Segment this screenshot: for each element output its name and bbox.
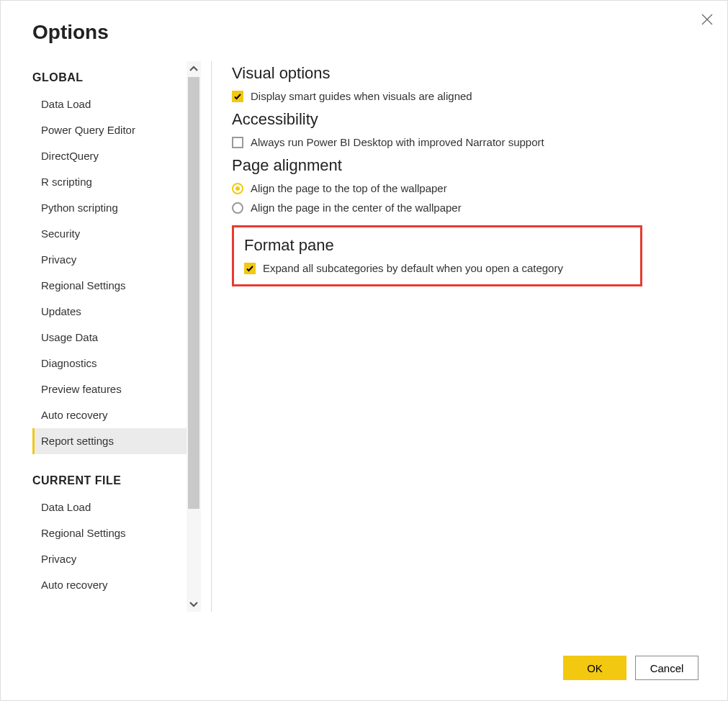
- cancel-button[interactable]: Cancel: [635, 656, 698, 680]
- sidebar-item-cf-data-load[interactable]: Data Load: [32, 494, 187, 520]
- sidebar-item-usage-data[interactable]: Usage Data: [32, 325, 187, 350]
- dialog-footer: OK Cancel: [563, 656, 698, 680]
- checkbox-icon-checked: [232, 91, 243, 102]
- checkbox-label: Always run Power BI Desktop with improve…: [251, 136, 544, 148]
- scroll-down-button[interactable]: [187, 596, 201, 612]
- group-title-format-pane: Format pane: [244, 236, 630, 255]
- radio-align-top[interactable]: Align the page to the top of the wallpap…: [232, 182, 727, 194]
- sidebar-item-label: Regional Settings: [41, 279, 126, 291]
- sidebar-item-r-scripting[interactable]: R scripting: [32, 169, 187, 195]
- sidebar-item-data-load[interactable]: Data Load: [32, 91, 187, 117]
- radio-label: Align the page in the center of the wall…: [251, 202, 462, 214]
- scroll-thumb[interactable]: [188, 77, 199, 509]
- sidebar-item-label: Security: [41, 227, 80, 240]
- sidebar-item-label: DirectQuery: [41, 150, 99, 162]
- check-icon: [246, 264, 254, 273]
- radio-icon-unselected: [232, 202, 243, 214]
- format-pane-highlight: Format pane Expand all subcategories by …: [232, 225, 642, 286]
- group-title-page-alignment: Page alignment: [232, 156, 727, 175]
- sidebar-item-python-scripting[interactable]: Python scripting: [32, 195, 187, 221]
- radio-label: Align the page to the top of the wallpap…: [251, 182, 447, 194]
- ok-button[interactable]: OK: [563, 656, 626, 680]
- sidebar-item-label: Usage Data: [41, 331, 98, 343]
- sidebar-item-label: Python scripting: [41, 202, 118, 214]
- group-title-visual-options: Visual options: [232, 64, 727, 83]
- sidebar-item-regional-settings[interactable]: Regional Settings: [32, 273, 187, 299]
- sidebar-section-current-file: CURRENT FILE: [32, 454, 187, 494]
- sidebar-item-preview-features[interactable]: Preview features: [32, 376, 187, 402]
- sidebar-item-label: Preview features: [41, 383, 122, 395]
- sidebar-item-label: Privacy: [41, 553, 76, 565]
- close-icon: [700, 12, 714, 27]
- sidebar-item-updates[interactable]: Updates: [32, 299, 187, 325]
- sidebar-item-cf-auto-recovery[interactable]: Auto recovery: [32, 572, 187, 598]
- close-button[interactable]: [700, 12, 714, 27]
- sidebar-item-auto-recovery[interactable]: Auto recovery: [32, 402, 187, 428]
- content-pane: Visual options Display smart guides when…: [212, 61, 727, 612]
- sidebar-item-label: Updates: [41, 305, 81, 317]
- check-icon: [233, 92, 242, 101]
- chevron-down-icon: [189, 599, 199, 609]
- group-title-accessibility: Accessibility: [232, 110, 727, 129]
- sidebar-item-diagnostics[interactable]: Diagnostics: [32, 350, 187, 376]
- sidebar-section-global: GLOBAL: [32, 61, 187, 91]
- checkbox-label: Expand all subcategories by default when…: [263, 262, 563, 274]
- sidebar-item-privacy[interactable]: Privacy: [32, 247, 187, 273]
- sidebar-item-label: Auto recovery: [41, 409, 108, 421]
- checkbox-icon-checked: [244, 263, 256, 274]
- sidebar-item-cf-privacy[interactable]: Privacy: [32, 546, 187, 572]
- options-dialog: Options GLOBAL Data Load Power Query Edi…: [0, 0, 728, 701]
- sidebar-item-label: Data Load: [41, 501, 91, 513]
- sidebar-item-label: Privacy: [41, 253, 76, 266]
- scroll-up-button[interactable]: [187, 61, 201, 77]
- checkbox-narrator[interactable]: Always run Power BI Desktop with improve…: [232, 136, 727, 148]
- radio-icon-selected: [232, 183, 243, 194]
- sidebar-item-label: Auto recovery: [41, 579, 108, 591]
- sidebar-scrollbar[interactable]: [187, 61, 201, 612]
- checkbox-icon-unchecked: [232, 137, 243, 148]
- chevron-up-icon: [189, 64, 199, 74]
- checkbox-smart-guides[interactable]: Display smart guides when visuals are al…: [232, 90, 727, 102]
- sidebar-item-label: Diagnostics: [41, 357, 97, 369]
- sidebar-item-directquery[interactable]: DirectQuery: [32, 143, 187, 169]
- sidebar-item-label: Report settings: [41, 435, 114, 447]
- sidebar-item-security[interactable]: Security: [32, 221, 187, 247]
- checkbox-expand-subcategories[interactable]: Expand all subcategories by default when…: [244, 262, 630, 274]
- sidebar-item-label: R scripting: [41, 176, 92, 188]
- sidebar-item-label: Regional Settings: [41, 527, 126, 539]
- checkbox-label: Display smart guides when visuals are al…: [251, 90, 472, 102]
- sidebar-item-label: Power Query Editor: [41, 124, 135, 136]
- sidebar-item-cf-regional-settings[interactable]: Regional Settings: [32, 520, 187, 546]
- radio-align-center[interactable]: Align the page in the center of the wall…: [232, 202, 727, 214]
- sidebar-item-label: Data Load: [41, 98, 91, 110]
- sidebar-item-report-settings[interactable]: Report settings: [32, 428, 187, 454]
- dialog-title: Options: [1, 1, 727, 44]
- sidebar-item-power-query-editor[interactable]: Power Query Editor: [32, 117, 187, 143]
- sidebar: GLOBAL Data Load Power Query Editor Dire…: [32, 61, 201, 612]
- scroll-track[interactable]: [187, 77, 201, 596]
